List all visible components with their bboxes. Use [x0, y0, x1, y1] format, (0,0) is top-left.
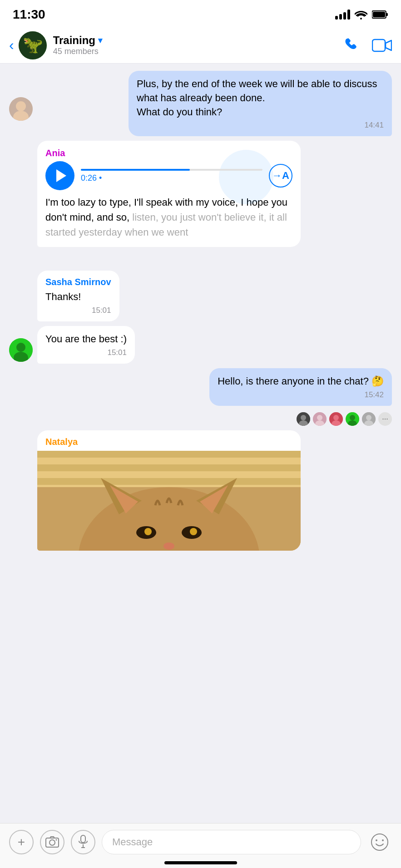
call-button[interactable] [344, 37, 361, 54]
svg-point-16 [317, 415, 322, 420]
bubble-text: Plus, by the end of the week we will be … [137, 77, 384, 119]
play-icon [56, 169, 66, 182]
battery-icon [372, 10, 388, 19]
hello-time: 15:42 [218, 390, 384, 399]
receipt-avatar-3 [329, 412, 343, 426]
message-voice-ania: Ania 0:26 • →A I'm too lazy to type, I'l… [9, 141, 392, 247]
svg-rect-1 [386, 13, 388, 16]
natalya-avatar-placeholder [9, 527, 33, 551]
status-icons [335, 10, 388, 20]
bubble-sasha: Sasha Smirnov Thanks! 15:01 [37, 271, 119, 321]
members-count: 45 members [53, 47, 344, 56]
svg-point-25 [366, 415, 371, 420]
message-sasha: Sasha Smirnov Thanks! 15:01 [9, 271, 392, 321]
svg-point-50 [382, 839, 384, 841]
svg-point-19 [333, 415, 339, 420]
bubble-best: You are the best :) 15:01 [37, 326, 135, 364]
svg-point-40 [190, 528, 197, 535]
svg-point-48 [371, 834, 388, 850]
wifi-icon [355, 10, 367, 20]
header-actions [344, 37, 392, 54]
receipt-avatar-4 [346, 412, 359, 426]
sender-name-ania: Ania [45, 148, 292, 158]
svg-point-7 [16, 101, 26, 111]
svg-point-44 [56, 839, 57, 841]
mic-button[interactable] [71, 830, 95, 854]
svg-point-13 [301, 415, 306, 420]
receipt-avatar-1 [297, 412, 310, 426]
photo-icon [45, 836, 59, 848]
chat-header: ‹ 🦖 Training ▾ 45 members [0, 27, 401, 64]
cat-image [37, 451, 301, 551]
add-icon: + [18, 835, 25, 849]
group-avatar: 🦖 [19, 31, 47, 59]
ania-avatar [9, 97, 33, 121]
message-best: You are the best :) 15:01 [9, 326, 392, 364]
voice-bubble-ania: Ania 0:26 • →A I'm too lazy to type, I'l… [37, 141, 301, 247]
svg-point-10 [16, 343, 25, 352]
svg-point-49 [376, 839, 377, 841]
bubble-hello: Hello, is there anyone in the chat? 🤔 15… [209, 368, 392, 406]
signal-icon [335, 10, 350, 20]
group-name-text: Training [53, 34, 95, 47]
header-info: Training ▾ 45 members [53, 34, 344, 56]
svg-rect-5 [372, 39, 385, 51]
svg-rect-30 [37, 464, 301, 471]
avatar-placeholder [9, 223, 33, 247]
add-button[interactable]: + [9, 830, 34, 854]
receipt-avatar-2 [313, 412, 327, 426]
message-input[interactable]: Message [102, 830, 361, 854]
video-button[interactable] [372, 38, 392, 53]
back-button[interactable]: ‹ [9, 37, 14, 54]
home-indicator [164, 861, 237, 864]
mic-icon [78, 835, 88, 849]
svg-rect-45 [81, 835, 85, 843]
emoji-button[interactable] [367, 830, 392, 854]
voice-transcript: I'm too lazy to type, I'll speak with my… [45, 195, 292, 240]
svg-point-43 [50, 840, 55, 845]
svg-point-41 [163, 542, 174, 550]
chat-area: Plus, by the end of the week we will be … [0, 64, 401, 605]
play-button[interactable] [45, 161, 74, 190]
sasha-avatar-placeholder [9, 298, 33, 321]
svg-point-39 [144, 528, 152, 535]
receipt-avatar-5 [362, 412, 376, 426]
status-time: 11:30 [13, 7, 45, 22]
message-outgoing-1: Plus, by the end of the week we will be … [9, 71, 392, 136]
sender-sasha: Sasha Smirnov [45, 277, 111, 287]
photo-button[interactable] [40, 830, 64, 854]
message-natalya: Natalya [9, 430, 392, 551]
hello-text: Hello, is there anyone in the chat? 🤔 [218, 375, 384, 389]
progress-bar [81, 169, 262, 171]
best-text: You are the best :) [45, 332, 127, 346]
svg-point-22 [350, 415, 355, 420]
best-time: 15:01 [45, 348, 127, 357]
svg-text:🦖: 🦖 [22, 35, 43, 54]
group-name[interactable]: Training ▾ [53, 34, 344, 47]
sasha-text: Thanks! [45, 290, 111, 304]
chevron-down-icon: ▾ [98, 35, 102, 45]
bubble-outgoing-1: Plus, by the end of the week we will be … [129, 71, 392, 136]
translate-button[interactable]: →A [269, 164, 292, 187]
voice-controls: 0:26 • →A [45, 161, 292, 190]
voice-progress: 0:26 • [81, 169, 262, 183]
sasha-time: 15:01 [45, 306, 111, 315]
sender-natalya: Natalya [37, 430, 301, 451]
natalya-bubble: Natalya [37, 430, 301, 551]
progress-fill [81, 169, 190, 171]
svg-rect-29 [37, 451, 301, 458]
receipt-more[interactable]: ··· [378, 412, 392, 426]
svg-rect-2 [373, 12, 385, 17]
message-hello: Hello, is there anyone in the chat? 🤔 15… [9, 368, 392, 406]
voice-duration: 0:26 • [81, 173, 262, 183]
status-bar: 11:30 [0, 0, 401, 27]
emoji-icon [371, 833, 389, 851]
input-placeholder: Message [112, 836, 153, 848]
read-receipts: ··· [9, 412, 392, 426]
svg-rect-31 [37, 478, 301, 485]
bubble-time: 14:41 [137, 121, 384, 130]
green-avatar [9, 338, 33, 362]
